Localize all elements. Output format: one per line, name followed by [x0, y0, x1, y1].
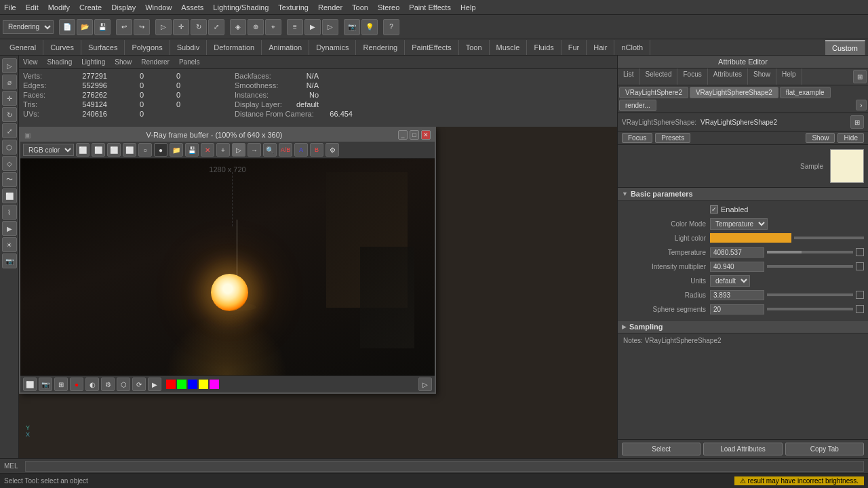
radius-slider[interactable]	[767, 293, 853, 296]
tb-undo[interactable]: ↩	[116, 19, 132, 35]
fb-bottom-7[interactable]: ⬡	[117, 378, 130, 391]
attr-tab-list[interactable]: List	[618, 68, 640, 85]
sphere-seg-lock[interactable]	[856, 305, 864, 313]
tb-render[interactable]: ▶	[304, 19, 321, 35]
node-tab-1[interactable]: VRayLightSphere2	[619, 87, 688, 98]
tab-curves[interactable]: Curves	[43, 40, 81, 55]
tool-surface[interactable]: ⬜	[2, 188, 17, 203]
panels-menu[interactable]: Panels	[179, 58, 200, 66]
tb-move[interactable]: ✛	[173, 19, 189, 35]
fb-btn-cursor[interactable]: ▷	[232, 143, 245, 157]
menu-create[interactable]: Create	[79, 3, 102, 12]
fb-btn-ab3[interactable]: B	[310, 143, 323, 157]
fb-color-mode[interactable]: RGB color	[23, 144, 74, 156]
tool-rotate[interactable]: ↻	[2, 107, 17, 122]
tb-cam[interactable]: 📷	[344, 19, 360, 35]
tool-cam2[interactable]: 📷	[2, 253, 17, 268]
view-menu[interactable]: View	[23, 58, 38, 66]
tool-lasso[interactable]: ⌀	[2, 75, 17, 89]
tool-scale[interactable]: ⤢	[2, 123, 17, 138]
menu-file[interactable]: File	[4, 3, 16, 12]
load-attributes-btn[interactable]: Load Attributes	[703, 443, 782, 455]
tb-light[interactable]: 💡	[361, 19, 378, 35]
attr-tab-show[interactable]: Show	[748, 68, 776, 85]
fb-bottom-1[interactable]: ⬜	[23, 378, 37, 391]
light-color-swatch[interactable]	[710, 233, 791, 243]
menu-window[interactable]: Window	[145, 3, 172, 12]
tb-snap3[interactable]: ⌖	[265, 19, 281, 35]
tab-surfaces[interactable]: Surfaces	[81, 40, 125, 55]
fb-bottom-end[interactable]: ▷	[418, 378, 432, 391]
tb-new[interactable]: 📄	[59, 19, 75, 35]
fb-bottom-2[interactable]: 📷	[39, 378, 52, 391]
tab-hair[interactable]: Hair	[587, 40, 614, 55]
menu-lighting[interactable]: Lighting/Shading	[213, 3, 269, 12]
fb-btn-zoom[interactable]: 🔍	[263, 143, 277, 157]
temperature-lock[interactable]	[856, 248, 864, 256]
basic-params-header[interactable]: ▼ Basic parameters	[618, 188, 868, 201]
fb-maximize-btn[interactable]: □	[410, 130, 419, 140]
fb-btn-arrow[interactable]: →	[248, 143, 261, 157]
tb-open[interactable]: 📂	[77, 19, 93, 35]
vray-framebuffer-window[interactable]: ▣ V-Ray frame buffer - (100% of 640 x 36…	[19, 127, 436, 394]
fb-btn-save[interactable]: 💾	[185, 143, 199, 157]
tab-toon[interactable]: Toon	[459, 40, 490, 55]
tb-redo[interactable]: ↪	[134, 19, 150, 35]
attr-expand-btn[interactable]: ⊞	[853, 70, 867, 83]
intensity-lock[interactable]	[856, 262, 864, 270]
fb-bottom-9[interactable]: ▶	[148, 378, 161, 391]
fb-minimize-btn[interactable]: _	[398, 130, 408, 140]
focus-btn[interactable]: Focus	[622, 133, 652, 143]
tab-ncloth[interactable]: nCloth	[614, 40, 650, 55]
presets-btn[interactable]: Presets	[655, 133, 690, 143]
shape-copy-btn[interactable]: ⊞	[850, 115, 864, 129]
attr-tab-focus[interactable]: Focus	[677, 68, 707, 85]
fb-bottom-5[interactable]: ◐	[85, 378, 99, 391]
fb-btn-green[interactable]: ⬜	[107, 143, 121, 157]
menu-texturing[interactable]: Texturing	[278, 3, 309, 12]
menu-toon[interactable]: Toon	[352, 3, 368, 12]
tab-polygons[interactable]: Polygons	[125, 40, 170, 55]
fb-btn-blue[interactable]: ⬜	[123, 143, 136, 157]
fb-btn-ab2[interactable]: A	[294, 143, 308, 157]
enabled-checkbox-area[interactable]: ✓ Enabled	[710, 205, 748, 214]
tool-move[interactable]: ✛	[2, 91, 17, 106]
color-mode-dropdown[interactable]: Temperature	[710, 218, 768, 230]
menu-modify[interactable]: Modify	[48, 3, 70, 12]
tool-poly2[interactable]: ◇	[2, 156, 17, 171]
tool-select[interactable]: ▷	[2, 58, 17, 73]
tb-scale[interactable]: ⤢	[208, 19, 224, 35]
sphere-seg-input[interactable]	[710, 304, 764, 314]
select-btn[interactable]: Select	[622, 443, 701, 455]
tb-save[interactable]: 💾	[94, 19, 111, 35]
fb-btn-ab1[interactable]: A/B	[279, 143, 292, 157]
menu-edit[interactable]: Edit	[26, 3, 39, 12]
mel-input[interactable]	[25, 461, 864, 472]
fb-btn-red[interactable]: ⬜	[92, 143, 105, 157]
menu-render[interactable]: Render	[318, 3, 342, 12]
fb-bottom-6[interactable]: ⚙	[101, 378, 115, 391]
intensity-slider[interactable]	[767, 265, 853, 268]
units-dropdown[interactable]: default	[710, 275, 750, 287]
tab-rendering[interactable]: Rendering	[356, 40, 405, 55]
tb-snap1[interactable]: ◈	[230, 19, 246, 35]
menu-display[interactable]: Display	[111, 3, 136, 12]
tab-fur[interactable]: Fur	[561, 40, 587, 55]
enabled-checkbox[interactable]: ✓	[710, 205, 718, 214]
fb-btn-white[interactable]: ○	[138, 143, 152, 157]
radius-lock[interactable]	[856, 291, 864, 299]
lighting-menu[interactable]: Lighting	[81, 58, 105, 66]
fb-btn-plus[interactable]: +	[216, 143, 230, 157]
tool-render2[interactable]: ☀	[2, 237, 17, 252]
fb-btn-folder[interactable]: 📁	[170, 143, 183, 157]
show-menu[interactable]: Show	[115, 58, 132, 66]
tb-snap2[interactable]: ⊕	[248, 19, 264, 35]
node-tab-4[interactable]: render...	[619, 100, 656, 111]
tool-deform[interactable]: ⌇	[2, 205, 17, 220]
radius-input[interactable]	[710, 290, 764, 300]
tab-subdiv[interactable]: Subdiv	[170, 40, 208, 55]
sampling-header[interactable]: ▶ Sampling	[618, 321, 868, 333]
tool-poly1[interactable]: ⬡	[2, 140, 17, 155]
tb-rotate[interactable]: ↻	[191, 19, 207, 35]
attr-tab-selected[interactable]: Selected	[640, 68, 678, 85]
